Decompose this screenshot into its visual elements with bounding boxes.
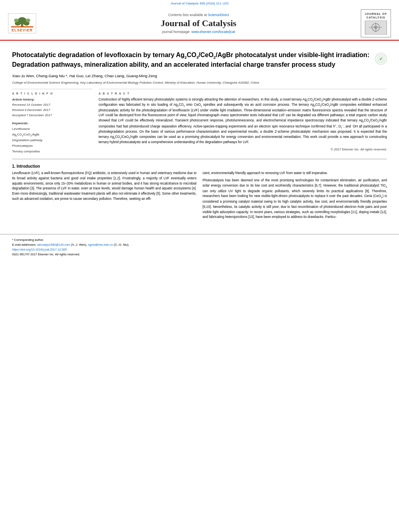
keywords-section: Keywords: Levofloxacin Ag2CO3/CeO2/AgBr … [12, 121, 93, 154]
issn-line: 0021-9517/© 2017 Elsevier Inc. All right… [12, 252, 387, 257]
keyword-2: Ag2CO3/CeO2/AgBr [12, 132, 93, 138]
intro-right-col: cient, environmentally friendly approach… [203, 171, 387, 222]
email-link-2[interactable]: cgniu@hnu.edu.cn [88, 243, 113, 246]
two-col-info: A R T I C L E I N F O Article history: R… [12, 89, 387, 154]
intro-section: 1. Introduction Levofloxacin (LVF), a we… [12, 164, 387, 222]
section-divider [12, 159, 387, 159]
keyword-5: Ternary composites [12, 149, 93, 154]
journal-center: Contents lists available at ScienceDirec… [36, 13, 361, 34]
svg-rect-6 [11, 26, 33, 27]
affiliation-line: College of Environmental Science Enginee… [12, 80, 387, 85]
main-content: Photocatalytic degradation of levofloxac… [0, 41, 399, 230]
abstract-label: A B S T R A C T [99, 92, 387, 95]
article-info-label: A R T I C L E I N F O [12, 92, 93, 95]
abstract-text: Construction of highly efficient ternary… [99, 97, 387, 145]
sciencedirect-line: Contents lists available at ScienceDirec… [44, 13, 353, 17]
intro-paragraph1-cont: cient, environmentally friendly approach… [203, 171, 387, 176]
keyword-1: Levofloxacin [12, 126, 93, 132]
article-history: Article history: Received 14 October 201… [12, 97, 93, 118]
article-info-box: A R T I C L E I N F O Article history: R… [12, 89, 93, 154]
journal-logo-box: JOURNAL OF CATALYSIS [361, 9, 391, 37]
crossmark-icon: ✓ [376, 54, 385, 63]
crossmark-badge: ✓ [375, 53, 387, 65]
journal-logo-title: JOURNAL OF CATALYSIS [363, 12, 389, 19]
top-journal-line: Journal of Catalysis 358 (2018) 211–223 [0, 0, 399, 6]
journal-header: ELSEVIER Contents lists available at Sci… [0, 6, 399, 41]
keyword-3: Degradation pathway [12, 138, 93, 143]
revised-date: Revised 6 December 2017 [12, 108, 93, 113]
elsevier-text: ELSEVIER [12, 28, 33, 33]
doi-line: https://doi.org/10.1016/j.jcat.2017.12.0… [12, 247, 387, 252]
email-link-1[interactable]: wenxiaju1990@126.com [37, 243, 70, 246]
elsevier-logo: ELSEVIER [8, 13, 36, 33]
right-col: A B S T R A C T Construction of highly e… [99, 89, 387, 154]
email-note: E-mail addresses: wenxiaju1990@126.com (… [12, 242, 387, 247]
corresponding-note: * Corresponding author. [12, 238, 387, 242]
svg-text:✓: ✓ [379, 57, 383, 61]
intro-left-col: Levofloxacin (LVF), a well-known fluoroq… [12, 171, 197, 222]
received-date: Received 14 October 2017 [12, 103, 93, 108]
page-wrapper: Journal of Catalysis 358 (2018) 211–223 … [0, 0, 399, 532]
journal-logo-img [365, 21, 387, 35]
elsevier-tree-icon [10, 15, 34, 28]
authors-line: Xiao-Ju Wen, Cheng-Gang Niu *, Hai Guo, … [12, 73, 387, 79]
journal-title-header: Journal of Catalysis [44, 18, 353, 29]
journal-homepage: journal homepage: www.elsevier.com/locat… [44, 30, 353, 34]
catalysis-logo-icon [365, 21, 387, 35]
accepted-date: Accepted 7 December 2017 [12, 113, 93, 118]
journal-citation: Journal of Catalysis 358 (2018) 211–223 [171, 2, 228, 5]
article-title-section: Photocatalytic degradation of levofloxac… [12, 51, 387, 69]
abstract-box: A B S T R A C T Construction of highly e… [99, 89, 387, 151]
sciencedirect-link[interactable]: ScienceDirect [208, 13, 229, 17]
svg-point-4 [14, 18, 19, 22]
keywords-header: Keywords: [12, 121, 93, 126]
intro-two-col: Levofloxacin (LVF), a well-known fluoroq… [12, 171, 387, 222]
left-col: A R T I C L E I N F O Article history: R… [12, 89, 93, 154]
intro-paragraph2: Photocatalysis has been deemed one of th… [203, 178, 387, 220]
intro-title: 1. Introduction [12, 164, 387, 168]
copyright-line: © 2017 Elsevier Inc. All rights reserved… [99, 148, 387, 151]
intro-paragraph1: Levofloxacin (LVF), a well-known fluoroq… [12, 171, 197, 201]
article-title: Photocatalytic degradation of levofloxac… [12, 51, 371, 69]
svg-point-5 [26, 18, 30, 22]
homepage-url[interactable]: www.elsevier.com/locate/jcat [191, 30, 235, 34]
page-footer: * Corresponding author. E-mail addresses… [0, 234, 399, 259]
history-header: Article history: [12, 97, 93, 103]
elsevier-logo-area: ELSEVIER [8, 13, 36, 33]
doi-link[interactable]: https://doi.org/10.1016/j.jcat.2017.12.0… [12, 248, 67, 251]
keyword-4: Photocatalysis [12, 143, 93, 149]
